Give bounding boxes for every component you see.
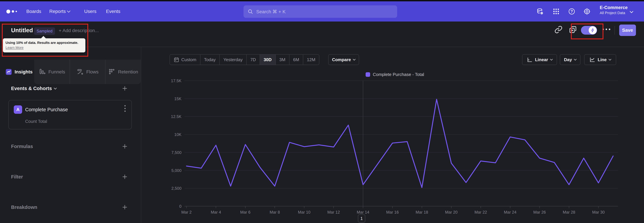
mixpanel-logo-icon[interactable]: [6, 1, 17, 22]
header-divider: [0, 47, 644, 47]
x-axis-label: Mar 2: [181, 210, 192, 214]
nav-item-label: Reports: [49, 9, 66, 14]
date-range-control: CustomTodayYesterday7D30D3M6M12M: [170, 54, 319, 65]
date-range-label: Yesterday: [224, 57, 243, 62]
date-range-custom[interactable]: Custom: [170, 55, 200, 65]
x-axis-label: Mar 14: [357, 210, 369, 214]
x-axis-label: Mar 4: [211, 210, 221, 214]
x-axis-label: Mar 18: [416, 210, 428, 214]
x-axis-label: Mar 22: [474, 210, 487, 214]
nav-item-label: Boards: [26, 9, 41, 14]
y-axis-label: 17.5K: [171, 78, 182, 83]
x-axis-label: Mar 26: [533, 210, 546, 214]
search-icon: [248, 9, 253, 15]
scale-label: Linear: [535, 57, 548, 62]
x-axis-label: Mar 30: [592, 210, 605, 214]
reports-chevron-down-icon: [67, 9, 70, 13]
y-axis-label: 12.5K: [171, 114, 182, 119]
date-range-label: 30D: [264, 57, 272, 62]
compare-button[interactable]: Compare: [328, 54, 359, 65]
copy-link-icon[interactable]: [554, 26, 562, 34]
nav-item-users[interactable]: Users: [84, 1, 96, 22]
y-axis-label: 5,000: [172, 168, 182, 173]
scale-chevron-icon: [550, 58, 553, 61]
save-button[interactable]: Save: [619, 25, 636, 36]
help-icon[interactable]: ?: [568, 8, 576, 15]
x-axis-label: Mar 12: [327, 210, 340, 214]
date-range-yesterday[interactable]: Yesterday: [219, 55, 246, 65]
sampling-tooltip: Using 10% of data. Results are approxima…: [3, 38, 85, 52]
date-range-label: Custom: [181, 57, 196, 62]
chart-type-dropdown[interactable]: Line: [584, 54, 616, 65]
chart-type-chevron-icon: [608, 58, 612, 61]
y-axis-label: 10K: [174, 132, 182, 137]
project-switcher[interactable]: E-Commerce All Project Data: [600, 5, 628, 16]
x-axis-label: Mar 6: [240, 210, 250, 214]
line-chart-icon: [589, 57, 595, 63]
pagination-page-1[interactable]: 1: [358, 214, 365, 222]
y-axis-label: 15K: [174, 96, 182, 101]
search-input[interactable]: Search ⌘ + K: [244, 5, 397, 18]
compare-label: Compare: [332, 57, 351, 62]
scale-dropdown[interactable]: Linear: [522, 54, 557, 65]
x-axis-label: Mar 20: [445, 210, 458, 214]
y-axis-label: 7,500: [172, 150, 182, 155]
date-range-label: 12M: [307, 57, 316, 62]
nav-item-reports[interactable]: Reports: [49, 1, 70, 22]
date-range-7d[interactable]: 7D: [246, 55, 260, 65]
nav-item-events[interactable]: Events: [106, 1, 120, 22]
settings-gear-icon[interactable]: [583, 8, 591, 15]
compare-chevron-icon: [353, 58, 356, 61]
date-range-6m[interactable]: 6M: [289, 55, 303, 65]
tooltip-text: Using 10% of data. Results are approxima…: [6, 40, 83, 45]
axis-scale-icon: [526, 57, 533, 63]
window-top-strip: [0, 0, 644, 1]
x-axis-label: Mar 28: [563, 210, 575, 214]
series-line-complete-purchase[interactable]: [186, 99, 613, 187]
x-axis-label: Mar 8: [270, 210, 280, 214]
project-chevron-down-icon: [630, 10, 633, 13]
data-management-icon[interactable]: [536, 8, 544, 15]
line-chart[interactable]: 17.5K15K12.5K10K7,5005,0002,5000Mar 2Mar…: [0, 67, 644, 215]
report-header-bar: [0, 22, 644, 47]
interval-label: Day: [564, 57, 572, 62]
svg-text:?: ?: [570, 9, 573, 14]
apps-grid-icon[interactable]: [552, 8, 560, 15]
nav-item-label: Users: [84, 9, 96, 14]
date-range-3m[interactable]: 3M: [276, 55, 289, 65]
project-scope: All Project Data: [600, 11, 628, 16]
search-placeholder: Search ⌘ + K: [256, 9, 286, 15]
chart-type-label: Line: [598, 57, 606, 62]
project-name: E-Commerce: [600, 5, 628, 11]
tooltip-learn-more-link[interactable]: Learn More: [6, 45, 83, 50]
x-axis-label: Mar 16: [386, 210, 399, 214]
date-range-12m[interactable]: 12M: [303, 55, 319, 65]
nav-item-label: Events: [106, 9, 120, 14]
x-axis-label: Mar 10: [298, 210, 310, 214]
date-range-today[interactable]: Today: [200, 55, 219, 65]
y-axis-label: 0: [179, 204, 182, 208]
date-range-label: 6M: [293, 57, 299, 62]
nav-item-boards[interactable]: Boards: [26, 1, 41, 22]
tooltip-caret: [41, 36, 46, 39]
interval-dropdown[interactable]: Day: [560, 54, 580, 65]
date-range-label: 3M: [280, 57, 286, 62]
y-axis-label: 2,500: [172, 186, 182, 191]
annotation-box-toggle: [571, 24, 604, 39]
x-axis-label: Mar 24: [504, 210, 516, 214]
date-range-label: Today: [204, 57, 216, 62]
top-nav: Search ⌘ + K ? E-Commerce All Project Da…: [0, 1, 644, 22]
date-range-30d[interactable]: 30D: [260, 55, 276, 65]
calendar-icon: [174, 57, 179, 62]
more-options-button[interactable]: [602, 29, 610, 30]
header-action-divider: [614, 26, 615, 35]
date-range-label: 7D: [250, 57, 256, 62]
interval-chevron-icon: [574, 58, 577, 61]
